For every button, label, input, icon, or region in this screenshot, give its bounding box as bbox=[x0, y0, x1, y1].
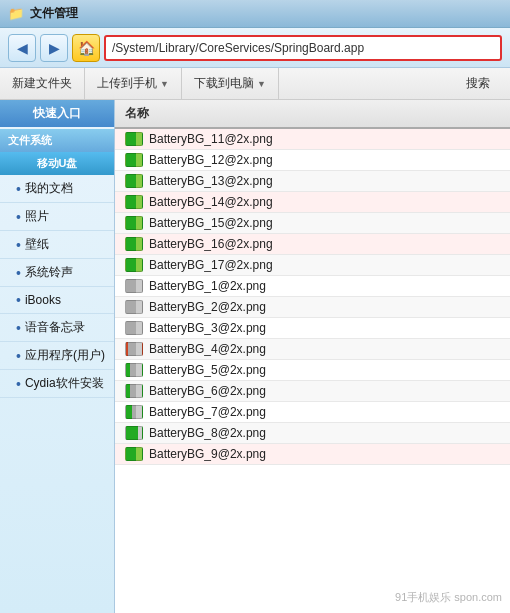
table-row[interactable]: BatteryBG_13@2x.png bbox=[115, 171, 510, 192]
upload-dropdown-icon: ▼ bbox=[160, 79, 169, 89]
file-icon bbox=[125, 195, 143, 209]
file-icon bbox=[125, 153, 143, 167]
table-row[interactable]: BatteryBG_6@2x.png bbox=[115, 381, 510, 402]
file-name: BatteryBG_2@2x.png bbox=[149, 300, 266, 314]
sidebar-item-documents[interactable]: 我的文档 bbox=[0, 175, 114, 203]
sidebar-item-photos[interactable]: 照片 bbox=[0, 203, 114, 231]
new-folder-button[interactable]: 新建文件夹 bbox=[0, 68, 85, 100]
table-row[interactable]: BatteryBG_12@2x.png bbox=[115, 150, 510, 171]
file-name: BatteryBG_1@2x.png bbox=[149, 279, 266, 293]
home-button[interactable]: 🏠 bbox=[72, 34, 100, 62]
file-name: BatteryBG_3@2x.png bbox=[149, 321, 266, 335]
file-icon bbox=[125, 342, 143, 356]
file-icon bbox=[125, 132, 143, 146]
download-to-pc-button[interactable]: 下载到电脑 ▼ bbox=[182, 68, 279, 100]
sidebar: 快速入口 文件系统 移动U盘 我的文档 照片 壁纸 系统铃声 iBooks 语音… bbox=[0, 100, 115, 613]
file-icon bbox=[125, 426, 143, 440]
back-button[interactable]: ◀ bbox=[8, 34, 36, 62]
sidebar-item-wallpaper[interactable]: 壁纸 bbox=[0, 231, 114, 259]
quick-access-title: 快速入口 bbox=[0, 100, 114, 127]
sidebar-item-voice-memos[interactable]: 语音备忘录 bbox=[0, 314, 114, 342]
file-icon bbox=[125, 279, 143, 293]
upload-to-phone-button[interactable]: 上传到手机 ▼ bbox=[85, 68, 182, 100]
file-icon bbox=[125, 363, 143, 377]
sidebar-item-apps[interactable]: 应用程序(用户) bbox=[0, 342, 114, 370]
file-name: BatteryBG_7@2x.png bbox=[149, 405, 266, 419]
file-icon bbox=[125, 174, 143, 188]
download-dropdown-icon: ▼ bbox=[257, 79, 266, 89]
file-area: 名称 BatteryBG_11@2x.png BatteryBG_12@2x.p… bbox=[115, 100, 510, 613]
file-icon bbox=[125, 216, 143, 230]
table-row[interactable]: BatteryBG_1@2x.png bbox=[115, 276, 510, 297]
file-icon bbox=[125, 258, 143, 272]
search-area: 搜索 bbox=[454, 68, 510, 100]
file-name: BatteryBG_4@2x.png bbox=[149, 342, 266, 356]
table-row[interactable]: BatteryBG_9@2x.png bbox=[115, 444, 510, 465]
sidebar-item-ibooks[interactable]: iBooks bbox=[0, 287, 114, 314]
watermark: 91手机娱乐 spon.com bbox=[395, 590, 502, 605]
file-icon bbox=[125, 405, 143, 419]
action-toolbar: 新建文件夹 上传到手机 ▼ 下载到电脑 ▼ 搜索 bbox=[0, 68, 510, 100]
file-icon bbox=[125, 447, 143, 461]
file-icon bbox=[125, 237, 143, 251]
file-name: BatteryBG_6@2x.png bbox=[149, 384, 266, 398]
file-name: BatteryBG_8@2x.png bbox=[149, 426, 266, 440]
table-row[interactable]: BatteryBG_3@2x.png bbox=[115, 318, 510, 339]
table-row[interactable]: BatteryBG_11@2x.png bbox=[115, 129, 510, 150]
file-system-title: 文件系统 bbox=[0, 129, 114, 152]
file-name: BatteryBG_11@2x.png bbox=[149, 132, 273, 146]
file-name: BatteryBG_13@2x.png bbox=[149, 174, 273, 188]
table-row[interactable]: BatteryBG_5@2x.png bbox=[115, 360, 510, 381]
file-name: BatteryBG_16@2x.png bbox=[149, 237, 273, 251]
search-button[interactable]: 搜索 bbox=[454, 68, 502, 100]
file-name: BatteryBG_9@2x.png bbox=[149, 447, 266, 461]
file-name: BatteryBG_15@2x.png bbox=[149, 216, 273, 230]
toolbar: ◀ ▶ 🏠 bbox=[0, 28, 510, 68]
table-row[interactable]: BatteryBG_16@2x.png bbox=[115, 234, 510, 255]
table-row[interactable]: BatteryBG_7@2x.png bbox=[115, 402, 510, 423]
table-row[interactable]: BatteryBG_2@2x.png bbox=[115, 297, 510, 318]
table-row[interactable]: BatteryBG_17@2x.png bbox=[115, 255, 510, 276]
title-icon: 📁 bbox=[8, 6, 24, 22]
sidebar-item-cydia[interactable]: Cydia软件安装 bbox=[0, 370, 114, 398]
file-icon bbox=[125, 384, 143, 398]
table-row[interactable]: BatteryBG_4@2x.png bbox=[115, 339, 510, 360]
udisk-title: 移动U盘 bbox=[0, 152, 114, 175]
address-bar[interactable] bbox=[104, 35, 502, 61]
file-icon bbox=[125, 321, 143, 335]
file-name: BatteryBG_17@2x.png bbox=[149, 258, 273, 272]
file-name: BatteryBG_5@2x.png bbox=[149, 363, 266, 377]
file-name: BatteryBG_14@2x.png bbox=[149, 195, 273, 209]
table-row[interactable]: BatteryBG_8@2x.png bbox=[115, 423, 510, 444]
main-layout: 快速入口 文件系统 移动U盘 我的文档 照片 壁纸 系统铃声 iBooks 语音… bbox=[0, 100, 510, 613]
table-row[interactable]: BatteryBG_15@2x.png bbox=[115, 213, 510, 234]
file-name: BatteryBG_12@2x.png bbox=[149, 153, 273, 167]
title-bar: 📁 文件管理 bbox=[0, 0, 510, 28]
table-row[interactable]: BatteryBG_14@2x.png bbox=[115, 192, 510, 213]
forward-button[interactable]: ▶ bbox=[40, 34, 68, 62]
column-header: 名称 bbox=[115, 100, 510, 129]
title-text: 文件管理 bbox=[30, 5, 78, 22]
file-icon bbox=[125, 300, 143, 314]
sidebar-item-ringtones[interactable]: 系统铃声 bbox=[0, 259, 114, 287]
